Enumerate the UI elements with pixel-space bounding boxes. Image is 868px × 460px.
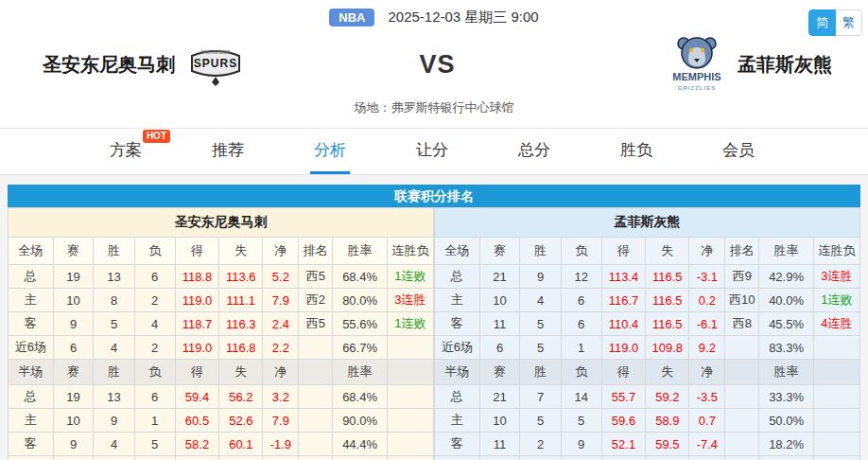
stat-cell: 9 bbox=[561, 433, 601, 456]
stat-cell bbox=[387, 385, 433, 409]
stat-cell: 116.5 bbox=[646, 265, 689, 289]
column-header bbox=[813, 360, 859, 385]
half-game-header-row: 半场赛胜负得失净胜率 bbox=[9, 360, 434, 385]
stat-cell: 西9 bbox=[725, 265, 759, 289]
column-header: 得 bbox=[601, 360, 645, 385]
column-header: 负 bbox=[561, 360, 601, 385]
column-header: 得 bbox=[601, 238, 645, 265]
row-label: 主 bbox=[435, 409, 480, 433]
stat-cell: 59.4 bbox=[175, 385, 218, 409]
column-header: 失 bbox=[219, 238, 263, 265]
stat-cell: 42.9% bbox=[759, 265, 814, 289]
away-team-name: 孟菲斯灰熊 bbox=[738, 52, 832, 78]
column-header bbox=[725, 360, 759, 385]
row-label: 近6场 bbox=[435, 456, 480, 460]
column-header: 赛 bbox=[53, 238, 94, 265]
tab-5[interactable]: 总分 bbox=[514, 129, 554, 174]
spurs-logo: SAN ANTONIO SPURS bbox=[188, 43, 243, 86]
stat-cell: 52.6 bbox=[219, 409, 263, 433]
away-standings: 孟菲斯灰熊全场赛胜负得失净排名胜率连胜负总21912113.4116.5-3.1… bbox=[434, 207, 860, 460]
stat-cell: 21 bbox=[479, 265, 520, 289]
stat-cell: 113.6 bbox=[219, 265, 263, 289]
stat-cell: 68.4% bbox=[333, 265, 388, 289]
tab-label: 胜负 bbox=[620, 139, 652, 161]
stat-cell: 56.2 bbox=[601, 456, 645, 460]
column-header: 净 bbox=[689, 360, 725, 385]
stat-cell: 110.4 bbox=[601, 312, 645, 336]
stat-cell: 118.8 bbox=[175, 265, 218, 289]
tab-6[interactable]: 胜负 bbox=[616, 129, 656, 174]
grizzlies-logo: MEMPHIS GRIZZLIES bbox=[669, 34, 724, 95]
tab-4[interactable]: 让分 bbox=[412, 129, 452, 174]
stat-cell: 116.3 bbox=[219, 312, 263, 336]
stat-cell: 西10 bbox=[725, 289, 759, 312]
stat-cell: 6 bbox=[53, 336, 94, 360]
stat-cell bbox=[387, 336, 433, 360]
stat-cell bbox=[387, 409, 433, 433]
stat-cell: 11 bbox=[479, 433, 520, 456]
language-toggle: 简 繁 bbox=[808, 9, 862, 36]
column-header: 全场 bbox=[9, 238, 54, 265]
stat-cell: 5 bbox=[520, 336, 561, 360]
row-label: 近6场 bbox=[9, 336, 54, 360]
traditional-chinese-button[interactable]: 繁 bbox=[835, 9, 862, 36]
tab-7[interactable]: 会员 bbox=[719, 129, 758, 174]
stat-cell: 6 bbox=[561, 312, 601, 336]
stat-cell: -3.5 bbox=[689, 385, 725, 409]
stat-cell: 5.2 bbox=[263, 265, 299, 289]
stat-cell: 6 bbox=[479, 456, 520, 460]
column-header: 排名 bbox=[299, 238, 333, 265]
half-game-stats-row: 总1913659.456.23.268.4% bbox=[9, 385, 434, 409]
stat-cell: 66.7% bbox=[333, 336, 388, 360]
team-name-header: 圣安东尼奥马刺 bbox=[9, 208, 434, 238]
stat-cell: 118.7 bbox=[175, 312, 218, 336]
row-label: 总 bbox=[9, 265, 54, 289]
stat-cell: 45.5% bbox=[759, 312, 814, 336]
stat-cell: 西5 bbox=[299, 265, 333, 289]
tab-3[interactable]: 分析 bbox=[310, 129, 350, 174]
stat-cell: 6 bbox=[134, 265, 175, 289]
simplified-chinese-button[interactable]: 简 bbox=[808, 9, 836, 36]
stat-cell bbox=[813, 336, 859, 360]
tab-1[interactable]: 方案HOT bbox=[106, 129, 146, 174]
tab-2[interactable]: 推荐 bbox=[208, 129, 248, 174]
stat-cell: 西8 bbox=[725, 312, 759, 336]
stat-cell: 2 bbox=[520, 433, 561, 456]
column-header bbox=[299, 360, 333, 385]
stat-cell bbox=[299, 385, 333, 409]
stat-cell: 2 bbox=[134, 289, 175, 312]
stat-cell bbox=[813, 433, 859, 456]
stat-cell: 111.1 bbox=[219, 289, 263, 312]
half-game-stats-row: 主109160.552.67.990.0% bbox=[9, 409, 434, 433]
stat-cell: 55.7 bbox=[601, 385, 645, 409]
stat-cell: 2.4 bbox=[263, 312, 299, 336]
stat-cell: 55.6% bbox=[333, 312, 388, 336]
home-standings: 圣安东尼奥马刺全场赛胜负得失净排名胜率连胜负总19136118.8113.65.… bbox=[8, 207, 434, 460]
stat-cell: 60.1 bbox=[219, 433, 263, 456]
stat-cell: 44.4% bbox=[333, 433, 388, 456]
stat-cell: 59.5 bbox=[646, 433, 689, 456]
column-header: 赛 bbox=[53, 360, 94, 385]
stat-cell bbox=[299, 409, 333, 433]
stat-cell: 1 bbox=[561, 336, 601, 360]
stat-cell: 83.3% bbox=[333, 456, 388, 460]
stat-cell: 6 bbox=[561, 289, 601, 312]
stat-cell: 33.3% bbox=[759, 385, 814, 409]
standings-title: 联赛积分排名 bbox=[8, 185, 860, 207]
stat-cell: 116.5 bbox=[646, 289, 689, 312]
column-header: 失 bbox=[219, 360, 263, 385]
content-area: 联赛积分排名 圣安东尼奥马刺全场赛胜负得失净排名胜率连胜负总19136118.8… bbox=[0, 175, 868, 460]
row-label: 近6场 bbox=[9, 456, 54, 460]
home-team: 圣安东尼奥马刺 SAN ANTONIO SPURS bbox=[0, 43, 419, 86]
stat-cell: 4 bbox=[94, 336, 134, 360]
full-game-stats-row: 主1082119.0111.17.9西280.0%3连胜 bbox=[9, 289, 434, 312]
stat-cell: 90.0% bbox=[333, 409, 388, 433]
column-header: 赛 bbox=[479, 360, 520, 385]
half-game-stats-row: 近6场65159.357.51.883.3% bbox=[9, 456, 434, 460]
svg-text:SAN ANTONIO: SAN ANTONIO bbox=[200, 50, 231, 55]
stat-cell: 9 bbox=[520, 265, 561, 289]
half-game-stats-row: 客94558.260.1-1.944.4% bbox=[9, 433, 434, 456]
full-game-header-row: 全场赛胜负得失净排名胜率连胜负 bbox=[9, 238, 434, 265]
stat-cell: 80.0% bbox=[333, 289, 388, 312]
column-header: 净 bbox=[263, 360, 299, 385]
